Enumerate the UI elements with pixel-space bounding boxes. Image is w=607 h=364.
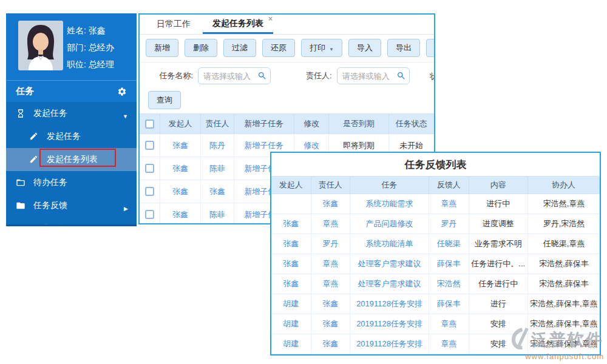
row-checkbox[interactable] [145,141,154,150]
popup-title: 任务反馈列表 [271,153,600,176]
feedback-person-link[interactable]: 章燕 [429,334,469,354]
feedback-person-link[interactable]: 薛保丰 [429,294,469,314]
content-cell: 任务进行中。... [469,254,528,274]
task-name-label: 任务名称: [140,70,193,81]
owner-link[interactable]: 陈菲 [201,203,234,224]
initiator-link[interactable]: 胡建 [271,334,311,354]
gear-icon[interactable] [117,87,127,96]
folder-open-icon [16,178,25,187]
add-button[interactable]: 新增 [146,39,178,57]
feedback-person-link[interactable]: 罗丹 [429,214,469,234]
col-status: 任务状态 [389,114,434,133]
query-button[interactable]: 查询 [148,91,181,109]
initiator-link[interactable] [271,194,311,214]
sidebar-item-done-tasks[interactable]: 已办任务 [6,217,137,226]
sidebar-item-initiate-task-group[interactable]: 发起任务 [6,102,137,125]
row-checkbox[interactable] [145,164,154,173]
owner-link[interactable]: 张鑫 [311,334,351,354]
task-feedback-popup: 任务反馈列表 发起人 责任人 任务 反馈人 内容 协办人 张鑫 系统功能需求 章… [270,152,601,356]
sidebar-item-label: 任务反馈 [33,200,67,211]
task-link[interactable]: 系统功能需求 [350,194,429,214]
import-button[interactable]: 导入 [348,39,381,57]
feedback-person-link[interactable]: 任晓渠 [429,234,469,254]
restore-button[interactable]: 还原 [262,39,295,57]
sidebar-item-initiate-task-list[interactable]: 发起任务列表 [6,148,137,171]
row-checkbox[interactable] [145,187,154,196]
popup-header-row: 发起人 责任人 任务 反馈人 内容 协办人 [271,176,600,194]
sidebar-item-label: 发起任务 [47,131,81,142]
initiator-link[interactable]: 张鑫 [160,203,201,224]
owner-link[interactable]: 罗丹 [311,234,351,254]
owner-label: 责任人: [306,70,332,81]
tab-initiate-task-list[interactable]: 发起任务列表 [203,15,273,34]
content-cell: 业务需求不明 [469,234,528,254]
initiator-link[interactable]: 张鑫 [160,134,201,157]
row-checkbox[interactable] [145,210,154,219]
col-due: 是否到期 [329,114,388,133]
owner-link[interactable]: 张鑫 [311,194,351,214]
filter-button[interactable]: 过滤 [223,39,256,57]
col-initiator: 发起人 [160,114,201,133]
initiator-link[interactable]: 胡建 [271,314,311,334]
col-edit: 修改 [294,114,330,133]
pencil-icon [29,132,39,141]
collaborators-cell: 罗丹,宋浩然 [528,214,600,234]
sidebar-item-task-feedback[interactable]: 任务反馈 [6,194,137,217]
view-log-button[interactable]: 查看日志 [426,39,435,57]
sidebar-item-todo-tasks[interactable]: 待办任务 [6,171,137,194]
initiator-link[interactable]: 张鑫 [160,180,201,203]
owner-link[interactable]: 章燕 [311,214,351,234]
search-icon[interactable] [396,71,406,81]
feedback-person-link[interactable]: 宋浩然 [429,274,469,294]
search-icon[interactable] [257,71,267,81]
export-button[interactable]: 导出 [387,39,420,57]
task-link[interactable]: 系统功能清单 [350,234,429,254]
feedback-person-link[interactable]: 章燕 [429,314,469,334]
chevron-down-icon [329,44,334,53]
col-add-subtask: 新增子任务 [234,114,294,133]
tab-daily-work[interactable]: 日常工作 [147,15,200,34]
owner-link[interactable]: 陈丹 [201,134,234,157]
owner-link[interactable]: 张鑫 [311,314,351,334]
initiator-link[interactable]: 张鑫 [271,254,311,274]
owner-link[interactable]: 章燕 [311,254,351,274]
collaborators-cell: 宋浩然,薛保丰 [528,254,600,274]
close-icon[interactable] [268,15,273,22]
col-owner: 责任人 [311,177,351,194]
chevron-right-icon [124,203,128,212]
clipped-status-label: 状 [430,71,435,82]
feedback-person-link[interactable]: 章燕 [429,194,469,214]
task-link[interactable]: 处理客户需求建议 [350,274,429,294]
owner-link[interactable]: 张鑫 [201,180,234,203]
task-link[interactable]: 产品问题修改 [350,214,429,234]
owner-link[interactable]: 章燕 [311,274,351,294]
initiator-link[interactable]: 张鑫 [271,214,311,234]
owner-link[interactable]: 张鑫 [311,294,351,314]
initiator-link[interactable]: 张鑫 [160,157,201,180]
content-cell: 进行中 [469,194,528,214]
owner-field-wrap [337,67,410,84]
check-circle-icon [16,224,25,226]
initiator-link[interactable]: 张鑫 [271,234,311,254]
task-link[interactable]: 20191128任务安排 [350,334,429,354]
initiator-link[interactable]: 胡建 [271,294,311,314]
hourglass-icon [16,109,25,118]
content-cell: 任务进行中 [469,274,528,294]
task-link[interactable]: 20191128任务安排 [350,314,429,334]
pencil-icon [29,155,39,164]
sidebar-item-label: 已办任务 [33,223,67,226]
task-link[interactable]: 处理客户需求建议 [350,254,429,274]
feedback-row: 胡建 张鑫 20191128任务安排 章燕 安排 宋浩然,薛保丰,章燕 [271,314,600,334]
select-all-checkbox[interactable] [145,120,154,129]
print-button[interactable]: 打印 [301,39,342,57]
feedback-person-link[interactable]: 薛保丰 [429,254,469,274]
section-label: 任务 [16,86,34,97]
feedback-row: 张鑫 系统功能需求 章燕 进行中 宋浩然,章燕 [271,194,600,214]
task-name-field-wrap [198,67,271,84]
delete-button[interactable]: 删除 [185,39,217,57]
owner-link[interactable]: 陈菲 [201,157,234,180]
task-link[interactable]: 20191128任务安排 [350,294,429,314]
folder-icon [16,201,25,211]
sidebar-item-initiate-task[interactable]: 发起任务 [6,125,137,148]
initiator-link[interactable]: 张鑫 [271,274,311,294]
